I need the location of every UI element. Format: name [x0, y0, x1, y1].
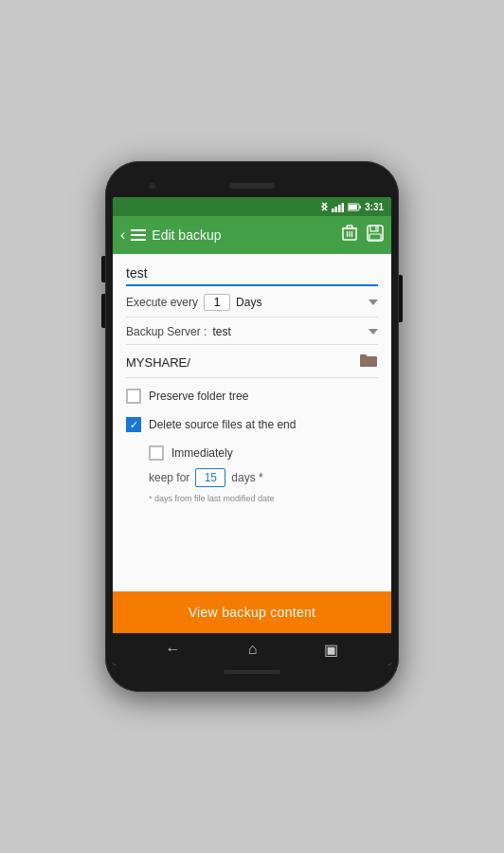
delete-source-sub-options: Immediately keep for days * * days from … — [126, 443, 378, 503]
execute-every-row: Execute every Days — [126, 294, 378, 318]
phone-speaker — [229, 183, 275, 189]
nav-recent-button[interactable]: ▣ — [324, 641, 338, 659]
keep-for-label: keep for — [149, 471, 189, 484]
volume-down-button — [101, 294, 105, 328]
menu-icon — [131, 229, 146, 241]
nav-home-button[interactable]: ⌂ — [248, 641, 258, 658]
preserve-folder-checkbox[interactable] — [126, 389, 141, 404]
svg-rect-9 — [131, 239, 146, 241]
backup-server-label: Backup Server : — [126, 325, 207, 338]
delete-source-label: Delete source files at the end — [149, 418, 296, 431]
main-content: Execute every Days Backup Server : test … — [113, 254, 391, 633]
svg-rect-7 — [131, 229, 146, 231]
status-icons — [320, 201, 361, 212]
save-button[interactable] — [367, 225, 384, 245]
footnote: * days from file last modified date — [149, 494, 378, 503]
status-time: 3:31 — [365, 202, 384, 212]
app-bar: ‹ Edit backup — [113, 216, 391, 254]
phone-shell: 3:31 ‹ Edit backup — [105, 161, 399, 692]
phone-camera — [149, 183, 155, 190]
backup-server-value: test — [212, 325, 230, 338]
phone-top-bar — [113, 174, 391, 197]
svg-rect-5 — [359, 206, 361, 209]
svg-rect-2 — [338, 205, 341, 212]
back-button[interactable]: ‹ — [120, 227, 125, 244]
delete-source-checkbox[interactable] — [126, 417, 141, 432]
immediately-checkbox[interactable] — [149, 445, 164, 461]
svg-rect-17 — [370, 226, 378, 231]
path-value: MYSHARE/ — [126, 355, 353, 370]
execute-dropdown-arrow[interactable] — [369, 299, 378, 305]
phone-bottom-bar — [113, 665, 391, 679]
execute-unit: Days — [236, 296, 261, 309]
svg-rect-0 — [332, 209, 334, 212]
execute-value-input[interactable] — [204, 294, 230, 311]
power-button — [399, 275, 403, 322]
signal-icon — [332, 202, 345, 212]
keep-for-unit: days * — [231, 471, 262, 484]
keep-for-row: keep for days * — [149, 468, 378, 487]
backup-name-input[interactable] — [126, 263, 378, 282]
immediately-row: Immediately — [149, 443, 378, 463]
trash-icon — [342, 225, 357, 242]
folder-svg — [359, 353, 378, 368]
keep-for-input[interactable] — [195, 468, 225, 487]
folder-icon[interactable] — [359, 353, 378, 372]
execute-label: Execute every — [126, 296, 198, 309]
bluetooth-icon — [320, 201, 329, 212]
form-area: Execute every Days Backup Server : test … — [113, 254, 391, 591]
server-dropdown-arrow[interactable] — [369, 329, 378, 335]
nav-bar: ← ⌂ ▣ — [113, 633, 391, 665]
svg-rect-3 — [341, 203, 344, 212]
delete-button[interactable] — [342, 225, 357, 245]
save-icon — [367, 225, 384, 242]
path-row: MYSHARE/ — [126, 353, 378, 378]
app-bar-title: Edit backup — [152, 227, 336, 243]
volume-up-button — [101, 256, 105, 282]
svg-rect-6 — [349, 205, 357, 209]
backup-server-row: Backup Server : test — [126, 325, 378, 345]
svg-rect-8 — [131, 234, 146, 236]
svg-rect-18 — [369, 234, 381, 240]
name-input-wrapper — [126, 263, 378, 286]
home-indicator — [224, 670, 280, 674]
battery-icon — [348, 203, 361, 211]
status-bar: 3:31 — [113, 197, 391, 216]
preserve-folder-label: Preserve folder tree — [149, 390, 248, 403]
delete-source-row: Delete source files at the end — [126, 414, 378, 435]
preserve-folder-row: Preserve folder tree — [126, 386, 378, 407]
phone-screen: 3:31 ‹ Edit backup — [113, 197, 391, 665]
app-bar-actions — [342, 225, 384, 245]
svg-rect-1 — [334, 207, 337, 212]
view-backup-button[interactable]: View backup content — [113, 591, 391, 633]
svg-rect-12 — [347, 226, 352, 228]
immediately-label: Immediately — [171, 446, 233, 460]
nav-back-button[interactable]: ← — [166, 641, 181, 658]
